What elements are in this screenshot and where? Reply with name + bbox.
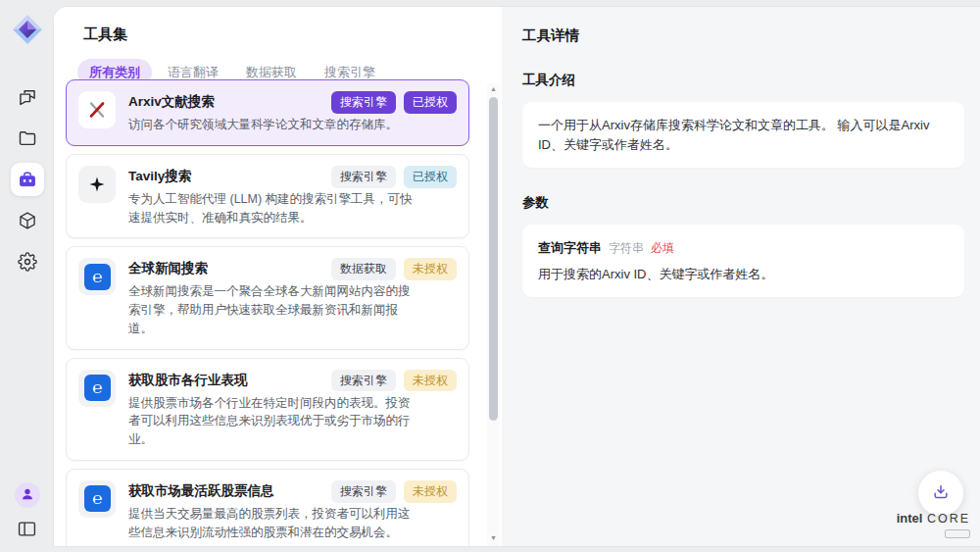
gear-icon <box>18 252 37 272</box>
tool-badges: 搜索引擎 未授权 <box>331 480 457 503</box>
auth-badge: 未授权 <box>404 370 457 392</box>
collapse-sidebar-button[interactable] <box>14 517 41 540</box>
juhe-logo: ℮ <box>78 370 116 407</box>
intel-core-logo: intel CORE <box>897 510 970 541</box>
app-logo[interactable] <box>12 14 43 45</box>
juhe-logo: ℮ <box>78 258 116 295</box>
intro-text: 一个用于从Arxiv存储库搜索科学论文和文章的工具。 输入可以是Arxiv ID… <box>538 118 929 152</box>
tool-card-arxiv[interactable]: Arxiv文献搜索 访问各个研究领域大量科学论文和文章的存储库。 搜索引擎 已授… <box>66 79 469 146</box>
tool-card-list: Arxiv文献搜索 访问各个研究领域大量科学论文和文章的存储库。 搜索引擎 已授… <box>66 79 469 546</box>
sidebar-item-tools[interactable] <box>11 163 44 196</box>
folder-icon <box>18 128 37 148</box>
user-avatar[interactable] <box>15 482 40 508</box>
sidebar-nav <box>11 80 44 278</box>
sidebar-item-packages[interactable] <box>11 204 44 237</box>
intro-card: 一个用于从Arxiv存储库搜索科学论文和文章的工具。 输入可以是Arxiv ID… <box>522 102 964 168</box>
category-badge: 搜索引擎 <box>331 166 396 188</box>
tool-description: 访问各个研究领域大量科学论文和文章的存储库。 <box>128 116 398 134</box>
tool-detail-pane: 工具详情 工具介绍 一个用于从Arxiv存储库搜索科学论文和文章的工具。 输入可… <box>502 7 980 546</box>
params-heading: 参数 <box>522 194 964 212</box>
tool-badges: 搜索引擎 已授权 <box>331 91 457 114</box>
sidebar-item-settings[interactable] <box>11 245 44 278</box>
arxiv-logo <box>78 91 116 128</box>
tool-description: 提供当天交易量最高的股票列表，投资者可以利用这些信息来识别流动性强的股票和潜在的… <box>128 505 415 542</box>
tool-list-pane: 工具集 所有类别 语言翻译 数据获取 搜索引擎 <box>54 7 502 546</box>
scroll-up-arrow-icon[interactable]: ▲ <box>487 83 500 95</box>
category-badge: 数据获取 <box>331 258 396 280</box>
tool-badges: 搜索引擎 未授权 <box>331 370 457 392</box>
tool-badges: 数据获取 未授权 <box>331 258 457 280</box>
tool-card-sector-performance[interactable]: ℮ 获取股市各行业表现 提供股票市场各个行业在特定时间段内的表现。投资者可以利用… <box>66 358 469 461</box>
tool-card-active-stocks[interactable]: ℮ 获取市场最活跃股票信息 提供当天交易量最高的股票列表，投资者可以利用这些信息… <box>66 469 469 546</box>
app-window: 工具集 所有类别 语言翻译 数据获取 搜索引擎 <box>0 0 980 552</box>
page-title: 工具集 <box>83 25 502 44</box>
core-wordmark: CORE <box>927 512 970 526</box>
auth-badge: 已授权 <box>404 91 457 114</box>
param-description: 用于搜索的Arxiv ID、关键字或作者姓名。 <box>538 265 949 284</box>
tool-card-global-news[interactable]: ℮ 全球新闻搜索 全球新闻搜索是一个聚合全球各大新闻网站内容的搜索引擎，帮助用户… <box>66 246 469 349</box>
download-icon <box>931 482 951 505</box>
param-card: 查询字符串 字符串 必填 用于搜索的Arxiv ID、关键字或作者姓名。 <box>522 225 964 297</box>
intel-wordmark: intel <box>897 511 923 526</box>
category-badge: 搜索引擎 <box>331 91 396 114</box>
cube-icon <box>18 211 37 230</box>
tool-description: 提供股票市场各个行业在特定时间段内的表现。投资者可以利用这些信息来识别表现优于或… <box>128 394 415 449</box>
sidebar-item-files[interactable] <box>11 122 44 155</box>
person-icon <box>20 486 35 505</box>
tool-badges: 搜索引擎 已授权 <box>331 166 457 188</box>
tool-description: 专为人工智能代理 (LLM) 构建的搜索引擎工具，可快速提供实时、准确和真实的结… <box>128 190 415 227</box>
sidebar-item-chat[interactable] <box>11 80 44 114</box>
auth-badge: 未授权 <box>404 258 457 280</box>
toolbox-icon <box>18 170 37 189</box>
param-type: 字符串 <box>609 239 644 257</box>
auth-badge: 未授权 <box>404 480 457 503</box>
list-scrollbar[interactable]: ▲ ▼ <box>487 83 500 546</box>
scrollbar-thumb[interactable] <box>489 97 498 421</box>
tool-description: 全球新闻搜索是一个聚合全球各大新闻网站内容的搜索引擎，帮助用户快速获取全球最新资… <box>128 282 415 337</box>
intro-heading: 工具介绍 <box>522 72 964 89</box>
sidebar <box>0 0 54 552</box>
tool-card-tavily[interactable]: Tavily搜索 专为人工智能代理 (LLM) 构建的搜索引擎工具，可快速提供实… <box>66 154 469 239</box>
detail-title: 工具详情 <box>522 26 964 45</box>
category-badge: 搜索引擎 <box>331 480 396 503</box>
intel-tier-badge <box>945 529 970 538</box>
main-panel: 工具集 所有类别 语言翻译 数据获取 搜索引擎 <box>54 7 980 546</box>
scroll-down-arrow-icon[interactable]: ▼ <box>487 532 500 544</box>
sparkle-star-icon <box>78 166 116 203</box>
panel-collapse-icon <box>18 521 36 537</box>
param-required-label: 必填 <box>651 239 674 257</box>
auth-badge: 已授权 <box>404 166 457 188</box>
diamond-logo-icon <box>12 14 43 45</box>
category-badge: 搜索引擎 <box>331 370 396 392</box>
chat-icon <box>18 87 37 107</box>
sidebar-bottom <box>14 482 41 540</box>
juhe-logo: ℮ <box>78 480 116 518</box>
param-name: 查询字符串 <box>538 238 602 258</box>
